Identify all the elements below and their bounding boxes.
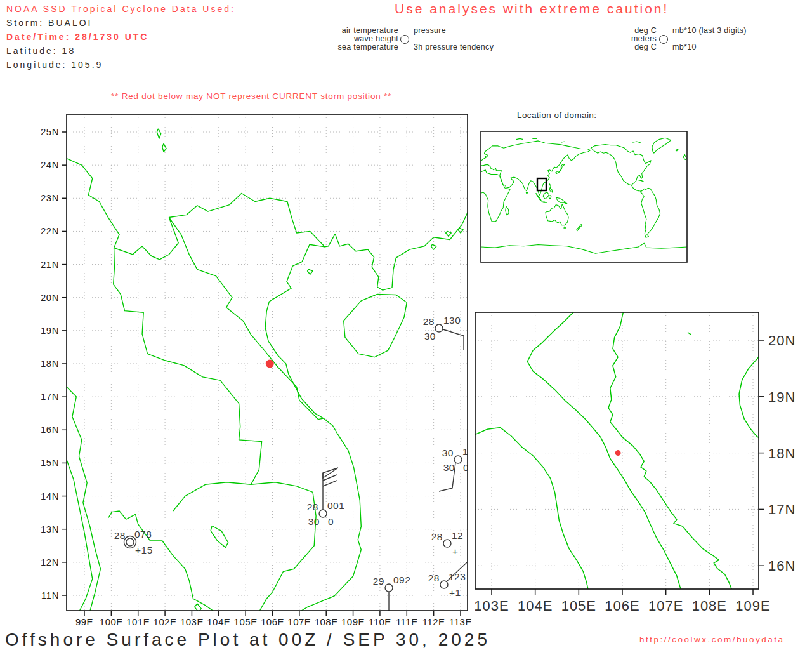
world-coastline xyxy=(526,192,528,194)
main-y-tick-label: 19N xyxy=(41,325,59,336)
main-x-tick-label: 106E xyxy=(261,616,284,627)
station-value: 001 xyxy=(327,500,344,511)
world-coastline xyxy=(652,138,671,153)
main-x-tick-label: 103E xyxy=(180,616,204,627)
station-plot: 29092 xyxy=(373,574,411,611)
main-y-tick-label: 20N xyxy=(41,292,59,303)
coastline xyxy=(67,460,93,612)
world-coastline xyxy=(542,202,547,202)
main-y-tick-label: 15N xyxy=(41,457,59,468)
station-value: 30 xyxy=(442,448,454,458)
main-x-tick-label: 111E xyxy=(396,616,418,627)
legend-station-circle-icon xyxy=(400,35,409,44)
main-x-tick-label: 112E xyxy=(422,616,445,627)
inset-x-tick-label: 107E xyxy=(648,598,683,614)
world-coastline xyxy=(632,142,641,143)
station-value: 092 xyxy=(393,574,410,585)
station-plot: 28001300 xyxy=(307,468,345,527)
station-value: 30 xyxy=(443,462,455,473)
inset-x-tick-label: 109E xyxy=(735,598,770,614)
main-x-tick-label: 101E xyxy=(126,616,150,627)
wind-barb xyxy=(439,328,464,350)
station-plot: 301300 xyxy=(439,446,469,491)
inset-x-tick-label: 104E xyxy=(518,598,553,614)
main-x-tick-label: 109E xyxy=(341,616,365,627)
zoom-inset-map xyxy=(475,312,760,591)
world-coastline xyxy=(577,225,582,231)
inset-y-tick-label: 16N xyxy=(768,558,796,574)
world-coastline xyxy=(516,138,523,139)
coastline xyxy=(173,482,251,511)
legend-wave-height-label: wave height xyxy=(354,34,398,43)
world-coastline xyxy=(546,204,568,225)
station-circle xyxy=(454,456,462,463)
station-value: 28 xyxy=(114,530,126,541)
main-y-tick-label: 11N xyxy=(41,590,59,600)
station-value: +15 xyxy=(135,545,153,555)
coastline xyxy=(265,211,468,612)
main-x-tick-label: 104E xyxy=(207,616,230,627)
coastline xyxy=(67,159,178,260)
station-plot: 2812+ xyxy=(431,530,464,557)
world-coastline xyxy=(591,145,651,185)
station-value: 28 xyxy=(431,531,443,542)
source-url: http://coolwx.com/buoydata xyxy=(639,635,785,644)
station-circle xyxy=(126,538,134,546)
coastline xyxy=(431,244,436,249)
station-circle xyxy=(385,584,393,592)
inset-coastline xyxy=(527,312,681,591)
world-coastline xyxy=(638,180,643,182)
legend-pressure-tendency-label: 3h pressure tendency xyxy=(414,43,494,51)
world-coastline xyxy=(555,164,564,174)
legend-unit-air-label: deg C xyxy=(634,26,657,35)
station-value: 28 xyxy=(307,501,318,512)
plot-title: Offshore Surface Plot at 00Z / SEP 30, 2… xyxy=(5,630,490,650)
world-coastline xyxy=(640,188,660,237)
wind-pennant xyxy=(323,468,338,478)
station-value: + xyxy=(452,546,459,557)
world-coastline xyxy=(549,183,553,192)
station-plot: 2813030 xyxy=(423,315,464,350)
main-y-tick-label: 17N xyxy=(41,391,59,402)
station-plot: 28123+1 xyxy=(428,562,467,598)
storm-name-line: Storm: BUALOI xyxy=(6,18,92,28)
inset-y-tick-label: 19N xyxy=(768,389,796,405)
legend-unit-tendency-label: mb*10 xyxy=(672,43,697,51)
legend-sea-temperature-label: sea temperature xyxy=(337,43,398,51)
world-coastline xyxy=(549,196,551,199)
main-x-tick-label: 99E xyxy=(75,616,93,627)
coastline xyxy=(108,511,214,612)
legend-unit-wave-label: meters xyxy=(631,34,657,43)
station-value: 30 xyxy=(308,516,320,527)
legend-units-circle-icon xyxy=(659,35,668,44)
legend-pressure-label: pressure xyxy=(414,26,446,35)
inset-x-tick-label: 103E xyxy=(474,598,509,614)
coastline xyxy=(344,295,407,357)
world-map xyxy=(481,138,687,253)
main-y-tick-label: 14N xyxy=(41,491,59,501)
inset-y-tick-label: 18N xyxy=(768,446,796,461)
inset-x-tick-label: 105E xyxy=(561,598,596,614)
world-coastline xyxy=(683,155,686,160)
main-y-tick-label: 24N xyxy=(41,159,59,170)
world-coastline xyxy=(543,192,549,199)
station-plot: 28078+15 xyxy=(114,529,153,555)
main-x-tick-label: 108E xyxy=(315,616,338,627)
domain-inset-title: Location of domain: xyxy=(517,110,596,120)
offshore-surface-plot-page: 28130303013002800130028078+15290922812+2… xyxy=(0,0,812,650)
world-coastline xyxy=(536,193,542,201)
inset-x-tick-label: 108E xyxy=(692,598,727,614)
world-coastline xyxy=(556,197,567,204)
station-value: +1 xyxy=(449,587,461,598)
coastline xyxy=(169,194,325,247)
station-value: 29 xyxy=(373,576,384,587)
world-coastline xyxy=(564,227,566,228)
main-y-tick-label: 18N xyxy=(41,358,59,369)
inset-y-tick-label: 17N xyxy=(768,501,796,517)
inset-coastline xyxy=(739,356,759,439)
station-value: 123 xyxy=(449,571,466,582)
main-map: 28130303013002800130028078+15290922812+2… xyxy=(67,114,469,612)
storm-datetime-line: Date/Time: 28/1730 UTC xyxy=(6,32,148,42)
legend-unit-sea-label: deg C xyxy=(634,43,657,51)
storm-position-dot-inset xyxy=(615,450,621,456)
